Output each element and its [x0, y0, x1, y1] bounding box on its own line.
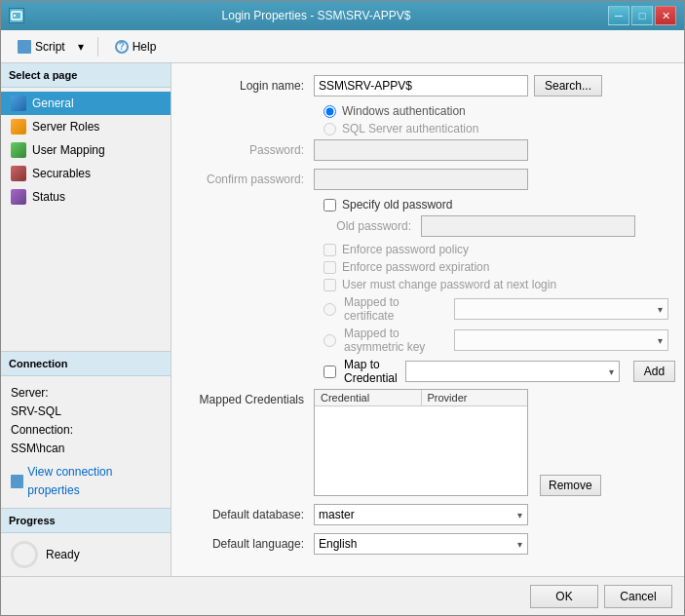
enforce-policy-label: Enforce password policy [342, 243, 469, 256]
windows-auth-row: Windows authentication [187, 104, 668, 118]
script-label: Script [35, 40, 65, 54]
view-connection-properties-link[interactable]: View connection properties [11, 463, 161, 500]
map-credential-row: Map to Credential Add [187, 358, 668, 385]
connection-header: Connection [1, 352, 171, 376]
default-database-select[interactable]: master [314, 504, 528, 525]
progress-header: Progress [1, 509, 171, 533]
default-database-label: Default database: [187, 508, 314, 521]
script-dropdown-arrow[interactable]: ▾ [74, 34, 90, 59]
map-credential-label: Map to Credential [344, 358, 398, 385]
specify-old-password-checkbox[interactable] [323, 199, 336, 212]
password-label: Password: [187, 143, 314, 157]
specify-old-password-label: Specify old password [342, 198, 452, 212]
sidebar-item-status[interactable]: Status [1, 185, 171, 209]
content-area: Login name: Search... Windows authentica… [171, 63, 684, 576]
default-database-row: Default database: master [187, 504, 668, 525]
sql-auth-radio[interactable] [323, 123, 336, 135]
default-language-row: Default language: English [187, 533, 668, 555]
sidebar-item-general[interactable]: General [1, 92, 171, 115]
enforce-expiration-row: Enforce password expiration [187, 260, 668, 274]
login-name-label: Login name: [187, 79, 314, 93]
mapped-credentials-label: Mapped Credentials [187, 389, 314, 406]
old-password-input[interactable] [421, 215, 635, 237]
mapped-certificate-label: Mapped to certificate [344, 295, 446, 323]
sidebar-item-user-mapping[interactable]: User Mapping [1, 138, 171, 162]
title-bar: Login Properties - SSM\SRV-APPV$ ─ □ ✕ [1, 1, 684, 30]
cancel-button[interactable]: Cancel [604, 585, 672, 608]
script-button[interactable]: Script [9, 34, 74, 59]
enforce-policy-row: Enforce password policy [187, 243, 668, 256]
login-name-input[interactable] [314, 75, 528, 96]
title-buttons: ─ □ ✕ [608, 6, 676, 25]
password-row: Password: [187, 139, 668, 161]
connection-value: SSM\hcan [11, 440, 161, 458]
password-input[interactable] [314, 139, 528, 161]
enforce-expiration-checkbox[interactable] [323, 261, 336, 274]
remove-button[interactable]: Remove [540, 475, 601, 496]
windows-auth-label: Windows authentication [342, 104, 466, 118]
sidebar-items: General Server Roles User Mapping Secura… [1, 88, 171, 212]
default-language-label: Default language: [187, 537, 314, 551]
mapped-asymmetric-label: Mapped to asymmetric key [344, 327, 446, 354]
mapped-asymmetric-select[interactable] [454, 329, 668, 351]
progress-content: Ready [1, 533, 171, 576]
select-page-header: Select a page [1, 63, 171, 88]
toolbar-separator [97, 37, 98, 57]
confirm-password-input[interactable] [314, 169, 528, 190]
mapped-asymmetric-wrapper [454, 329, 668, 351]
credential-box: Credential Provider [314, 389, 528, 496]
mapped-certificate-wrapper [454, 298, 668, 320]
connection-content: Server: SRV-SQL Connection: SSM\hcan Vie… [1, 376, 171, 508]
main-layout: Select a page General Server Roles User … [1, 63, 684, 576]
connection-section: Connection Server: SRV-SQL Connection: S… [1, 351, 171, 508]
sidebar-label-general: General [32, 96, 74, 110]
connection-link-label: View connection properties [27, 463, 161, 500]
must-change-row: User must change password at next login [187, 278, 668, 291]
sql-auth-label: SQL Server authentication [342, 122, 478, 135]
window-title: Login Properties - SSM\SRV-APPV$ [24, 9, 608, 22]
maximize-button[interactable]: □ [631, 6, 653, 25]
svg-rect-0 [12, 12, 21, 19]
close-button[interactable]: ✕ [655, 6, 676, 25]
status-icon [11, 189, 26, 205]
server-value: SRV-SQL [11, 403, 161, 421]
sidebar: Select a page General Server Roles User … [1, 63, 171, 576]
script-icon [18, 40, 31, 54]
connection-link-icon [11, 475, 23, 488]
map-credential-checkbox[interactable] [323, 366, 336, 378]
add-button[interactable]: Add [633, 361, 675, 382]
enforce-policy-checkbox[interactable] [323, 244, 336, 256]
default-language-select[interactable]: English [314, 533, 528, 555]
securables-icon [11, 166, 26, 181]
main-window: Login Properties - SSM\SRV-APPV$ ─ □ ✕ S… [0, 0, 685, 616]
mapped-certificate-row: Mapped to certificate [187, 295, 668, 323]
connection-label: Connection: [11, 421, 161, 440]
window-icon [9, 8, 24, 23]
must-change-label: User must change password at next login [342, 278, 556, 291]
mapped-asymmetric-radio[interactable] [323, 334, 336, 347]
script-dropdown[interactable]: Script ▾ [9, 34, 90, 59]
sidebar-item-server-roles[interactable]: Server Roles [1, 115, 171, 138]
search-button[interactable]: Search... [534, 75, 602, 96]
map-credential-wrapper [405, 361, 620, 382]
general-icon [11, 96, 26, 111]
mapped-certificate-select[interactable] [454, 298, 668, 320]
sidebar-label-user-mapping: User Mapping [32, 143, 105, 157]
sidebar-label-securables: Securables [32, 167, 91, 180]
help-icon: ? [115, 40, 129, 54]
confirm-password-row: Confirm password: [187, 169, 668, 190]
ok-button[interactable]: OK [530, 585, 598, 608]
mapped-certificate-radio[interactable] [323, 303, 336, 316]
minimize-button[interactable]: ─ [608, 6, 629, 25]
help-label: Help [133, 40, 157, 54]
mapped-asymmetric-row: Mapped to asymmetric key [187, 327, 668, 354]
old-password-label: Old password: [323, 219, 421, 233]
help-button[interactable]: ? Help [106, 34, 166, 59]
sidebar-item-securables[interactable]: Securables [1, 162, 171, 185]
user-mapping-icon [11, 142, 26, 158]
must-change-checkbox[interactable] [323, 279, 336, 291]
progress-section: Progress Ready [1, 508, 171, 576]
map-credential-select[interactable] [405, 361, 620, 382]
credential-header: Credential Provider [315, 390, 527, 406]
windows-auth-radio[interactable] [323, 105, 336, 118]
